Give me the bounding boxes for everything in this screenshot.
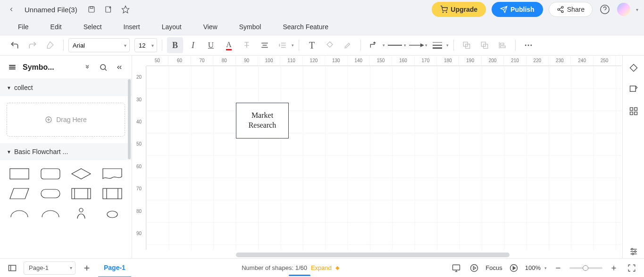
underline-button[interactable]: U [203, 37, 219, 53]
shape-diamond[interactable] [68, 166, 95, 182]
shape-connector[interactable] [99, 205, 126, 221]
library-icon[interactable] [7, 62, 18, 73]
svg-marker-46 [72, 169, 91, 179]
upgrade-button[interactable]: Upgrade [432, 2, 486, 17]
help-icon[interactable] [598, 3, 611, 16]
menubar: File Edit Select Insert Layout View Symb… [0, 19, 644, 35]
font-color-button[interactable]: A [221, 37, 237, 53]
strikethrough-button[interactable]: T [239, 37, 255, 53]
section-flowchart[interactable]: ▼Basic Flowchart ... [0, 143, 132, 160]
bold-button[interactable]: B [167, 37, 183, 53]
page-select[interactable]: Page-1▾ [24, 261, 75, 275]
chevron-down-icon[interactable] [82, 62, 93, 73]
target-icon[interactable] [468, 261, 481, 275]
file-title: Unnamed File(3) [25, 6, 77, 14]
avatar-caret-icon[interactable]: ▾ [636, 7, 638, 12]
menu-select[interactable]: Select [75, 21, 110, 33]
svg-rect-61 [630, 112, 633, 115]
shape-predefined[interactable] [68, 186, 95, 202]
zoom-caret-icon[interactable]: ▾ [544, 266, 547, 270]
fullscreen-icon[interactable] [625, 261, 638, 275]
more-button[interactable] [520, 37, 536, 53]
menu-file[interactable]: File [9, 21, 37, 33]
add-page-button[interactable] [80, 261, 93, 275]
back-button[interactable] [6, 4, 17, 15]
shape-arc2[interactable] [37, 205, 64, 221]
caret-icon[interactable]: ▾ [292, 43, 294, 48]
export-icon[interactable] [102, 3, 115, 16]
zoom-value[interactable]: 100% [525, 264, 541, 271]
caret-icon[interactable]: ▾ [425, 43, 427, 48]
outline-icon[interactable] [6, 261, 19, 275]
caret-icon[interactable]: ▾ [404, 43, 406, 48]
drag-here-area[interactable]: Drag Here [7, 103, 125, 137]
ruler-tick: 250 [594, 56, 616, 65]
avatar[interactable] [617, 3, 630, 16]
highlight-button[interactable] [340, 37, 356, 53]
connector-button[interactable] [366, 37, 382, 53]
arrow-style-button[interactable] [408, 37, 424, 53]
menu-search-feature[interactable]: Search Feature [274, 21, 337, 33]
shape-arc[interactable] [6, 205, 33, 221]
line-style-button[interactable] [387, 37, 403, 53]
menu-symbol[interactable]: Symbol [231, 21, 270, 33]
canvas[interactable]: 50 60 70 80 90 100 110 120 130 140 150 1… [132, 56, 644, 258]
zoom-in-button[interactable] [607, 261, 620, 275]
shape-manual[interactable] [68, 205, 95, 221]
section-collect[interactable]: ▼collect [0, 79, 132, 96]
svg-point-35 [530, 45, 532, 46]
shape-rectangle[interactable] [6, 166, 33, 182]
panel-scrollbar[interactable] [128, 79, 131, 159]
line-spacing-button[interactable] [275, 37, 291, 53]
expand-link[interactable]: Expand [311, 264, 332, 271]
ruler-tick: 180 [437, 56, 459, 65]
shape-stored-data[interactable] [99, 186, 126, 202]
text-tool-button[interactable]: T [304, 37, 320, 53]
collapse-icon[interactable] [114, 62, 125, 73]
grid[interactable]: Market Research [146, 66, 621, 250]
align-button[interactable] [257, 37, 273, 53]
components-icon[interactable] [627, 105, 640, 118]
svg-rect-62 [634, 112, 637, 115]
undo-button[interactable] [7, 37, 23, 53]
share-button[interactable]: Share [549, 2, 593, 17]
menu-layout[interactable]: Layout [153, 21, 190, 33]
settings-list-icon[interactable] [627, 245, 640, 258]
zoom-out-button[interactable] [552, 261, 565, 275]
fill-panel-icon[interactable] [627, 61, 640, 74]
align-objects-button[interactable] [494, 37, 510, 53]
menu-view[interactable]: View [195, 21, 226, 33]
back-button-layer[interactable] [477, 37, 493, 53]
font-select[interactable]: Arial▾ [68, 38, 130, 52]
fill-button[interactable] [322, 37, 338, 53]
shape-export-icon[interactable] [627, 83, 640, 96]
format-painter-button[interactable] [42, 37, 59, 53]
save-icon[interactable] [85, 3, 98, 16]
svg-rect-37 [9, 66, 16, 67]
svg-point-76 [471, 264, 478, 271]
expand-caret-icon[interactable]: ◆ [335, 265, 339, 271]
publish-button[interactable]: Publish [492, 2, 543, 17]
caret-icon[interactable]: ▾ [383, 43, 385, 48]
search-icon[interactable] [98, 62, 109, 73]
line-weight-button[interactable] [429, 37, 445, 53]
menu-edit[interactable]: Edit [42, 21, 70, 33]
italic-button[interactable]: I [185, 37, 201, 53]
play-icon[interactable] [507, 261, 520, 275]
front-button[interactable] [459, 37, 475, 53]
menu-insert[interactable]: Insert [115, 21, 149, 33]
star-icon[interactable] [119, 3, 132, 16]
font-size-select[interactable]: 12▾ [134, 38, 157, 52]
presentation-icon[interactable] [450, 261, 463, 275]
redo-button[interactable] [25, 37, 41, 53]
shape-document[interactable] [99, 166, 126, 182]
zoom-slider[interactable] [569, 267, 602, 269]
horizontal-scrollbar[interactable] [236, 253, 510, 257]
shape-rounded-rect[interactable] [37, 166, 64, 182]
shape-parallelogram[interactable] [6, 186, 33, 202]
shape-market-research[interactable]: Market Research [236, 103, 289, 138]
focus-label[interactable]: Focus [485, 264, 502, 271]
page-tab-active[interactable]: Page-1 [98, 259, 131, 277]
shape-terminator[interactable] [37, 186, 64, 202]
caret-icon[interactable]: ▾ [446, 43, 449, 48]
